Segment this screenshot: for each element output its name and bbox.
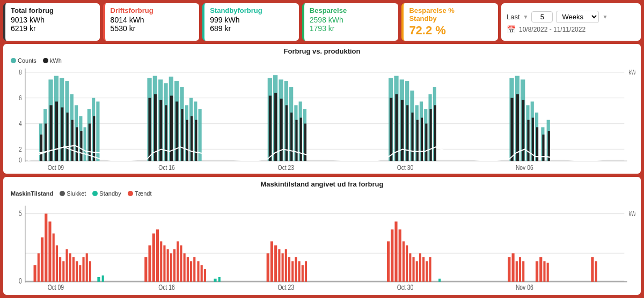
svg-rect-147 bbox=[144, 257, 147, 281]
svg-rect-95 bbox=[421, 118, 423, 161]
svg-rect-166 bbox=[218, 277, 221, 281]
svg-rect-58 bbox=[175, 101, 178, 161]
svg-rect-189 bbox=[422, 257, 425, 281]
svg-rect-76 bbox=[295, 120, 297, 161]
svg-rect-38 bbox=[76, 127, 78, 161]
svg-rect-112 bbox=[536, 127, 538, 161]
svg-rect-27 bbox=[84, 127, 86, 161]
card-besparelse: Besparelse 2598 kWh 1793 kr bbox=[302, 3, 399, 41]
svg-rect-172 bbox=[285, 249, 287, 282]
svg-rect-197 bbox=[522, 261, 524, 281]
svg-rect-188 bbox=[419, 253, 421, 281]
chart2-svg: 5 0 kWh Oct 09 Oct 16 Oct 23 Oct 30 Nov … bbox=[9, 198, 635, 293]
legend-maskintilstand: MaskinTilstand bbox=[11, 190, 53, 197]
legend-slukket-label: Slukket bbox=[67, 190, 86, 197]
legend-taendt-label: Tændt bbox=[135, 190, 152, 197]
chart1-svg: 8 6 4 2 0 kWh Oct 09 Oct 16 Oct 23 Oct 3… bbox=[9, 65, 635, 172]
legend-standby-dot bbox=[92, 191, 98, 196]
svg-rect-136 bbox=[62, 261, 64, 281]
svg-text:Nov 06: Nov 06 bbox=[516, 282, 533, 291]
svg-rect-59 bbox=[181, 109, 183, 161]
svg-rect-165 bbox=[214, 278, 216, 281]
svg-rect-157 bbox=[180, 245, 182, 281]
svg-rect-130 bbox=[41, 237, 43, 281]
svg-rect-72 bbox=[274, 93, 277, 161]
svg-rect-89 bbox=[390, 98, 392, 161]
chart-forbrug: Forbrug vs. produktion Counts kWh bbox=[3, 44, 641, 174]
svg-rect-96 bbox=[425, 124, 427, 161]
card-total-title: Total forbrug bbox=[11, 6, 94, 14]
svg-rect-107 bbox=[510, 98, 513, 161]
svg-text:Nov 06: Nov 06 bbox=[516, 163, 533, 171]
svg-rect-196 bbox=[519, 257, 521, 281]
svg-rect-181 bbox=[394, 221, 397, 281]
chart1-legend: Counts kWh bbox=[9, 57, 635, 64]
svg-rect-92 bbox=[406, 105, 408, 161]
svg-text:Oct 16: Oct 16 bbox=[158, 282, 174, 291]
svg-rect-131 bbox=[45, 213, 47, 281]
svg-rect-55 bbox=[159, 100, 162, 161]
svg-rect-162 bbox=[197, 261, 199, 281]
svg-rect-77 bbox=[300, 118, 302, 161]
filter-last-label: Last bbox=[507, 13, 520, 21]
svg-rect-174 bbox=[291, 261, 294, 281]
svg-rect-175 bbox=[295, 257, 297, 281]
svg-rect-128 bbox=[34, 265, 36, 281]
svg-rect-97 bbox=[430, 109, 432, 161]
svg-rect-192 bbox=[438, 278, 441, 281]
calendar-icon: 📅 bbox=[507, 25, 516, 34]
filter-card: Last ▼ Weeks Days Months ▼ 📅 10/8/2022 -… bbox=[501, 3, 641, 41]
svg-rect-180 bbox=[391, 229, 393, 282]
svg-rect-185 bbox=[409, 253, 411, 281]
svg-rect-93 bbox=[411, 113, 413, 161]
svg-text:Oct 16: Oct 16 bbox=[158, 163, 175, 171]
svg-rect-168 bbox=[270, 241, 273, 281]
legend-taendt-dot bbox=[128, 191, 133, 196]
svg-rect-171 bbox=[282, 253, 284, 281]
svg-rect-32 bbox=[45, 124, 47, 161]
svg-rect-137 bbox=[65, 249, 68, 282]
svg-rect-141 bbox=[79, 265, 81, 281]
svg-rect-41 bbox=[93, 116, 95, 161]
legend-counts-dot bbox=[11, 58, 16, 63]
svg-rect-186 bbox=[412, 257, 414, 281]
legend-standby: Standby bbox=[92, 190, 121, 197]
svg-rect-202 bbox=[591, 257, 594, 281]
svg-rect-170 bbox=[278, 249, 280, 282]
svg-rect-74 bbox=[286, 105, 288, 161]
svg-rect-139 bbox=[72, 257, 75, 281]
svg-rect-73 bbox=[280, 99, 282, 161]
svg-rect-91 bbox=[401, 100, 404, 161]
svg-rect-159 bbox=[187, 257, 189, 281]
svg-rect-160 bbox=[190, 261, 192, 281]
svg-rect-78 bbox=[304, 124, 306, 161]
svg-rect-198 bbox=[536, 261, 538, 281]
svg-rect-60 bbox=[186, 120, 188, 161]
svg-rect-200 bbox=[543, 261, 545, 281]
svg-rect-153 bbox=[167, 249, 169, 282]
svg-rect-152 bbox=[163, 245, 165, 281]
svg-rect-191 bbox=[429, 257, 431, 281]
svg-text:Oct 23: Oct 23 bbox=[278, 163, 295, 171]
svg-rect-140 bbox=[76, 261, 78, 281]
svg-text:5: 5 bbox=[19, 208, 22, 218]
legend-slukket-dot bbox=[60, 191, 65, 196]
chart2-title: Maskintilstand angivet ud fra forbrug bbox=[9, 180, 635, 188]
svg-rect-177 bbox=[302, 265, 304, 281]
date-range-row: 📅 10/8/2022 - 11/11/2022 bbox=[507, 25, 635, 34]
svg-rect-194 bbox=[512, 253, 515, 281]
svg-rect-143 bbox=[86, 253, 88, 281]
legend-taendt: Tændt bbox=[128, 190, 152, 197]
filter-unit-select[interactable]: Weeks Days Months bbox=[556, 11, 599, 23]
svg-rect-150 bbox=[156, 229, 159, 282]
svg-text:2: 2 bbox=[19, 145, 22, 153]
svg-rect-151 bbox=[160, 241, 162, 281]
filter-value-input[interactable] bbox=[531, 11, 553, 23]
svg-text:Oct 30: Oct 30 bbox=[397, 163, 414, 171]
svg-rect-190 bbox=[426, 261, 428, 281]
svg-rect-33 bbox=[49, 105, 52, 161]
filter-unit-chevron: ▼ bbox=[602, 14, 608, 20]
svg-rect-156 bbox=[177, 241, 179, 281]
svg-rect-183 bbox=[402, 241, 405, 281]
svg-rect-129 bbox=[38, 253, 40, 281]
